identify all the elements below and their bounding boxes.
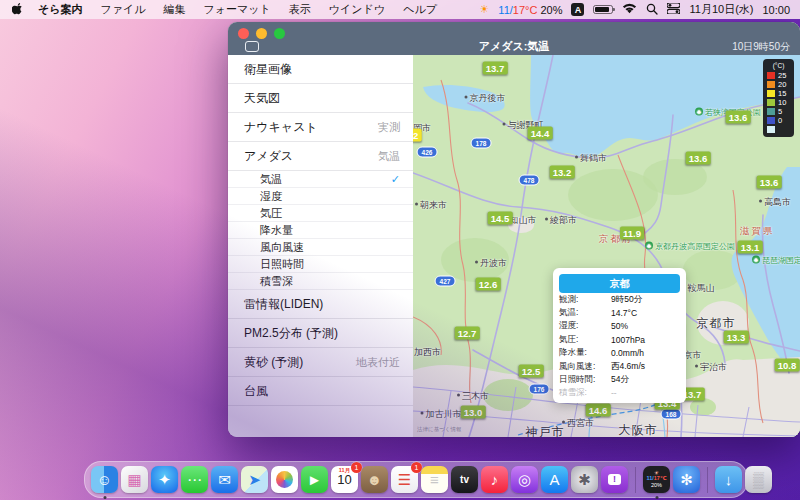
dock: ☺▦✦⋯✉➤►11月101☻☰1≡tv♪◎A✱!☀11/17℃20%✻↓▒ — [84, 461, 748, 498]
temperature-badge[interactable]: 13.6 — [686, 152, 711, 165]
dock-icon-finder[interactable]: ☺ — [91, 466, 118, 493]
sidebar-subitem-降水量[interactable]: 降水量 — [228, 222, 413, 239]
popup-row-label: 風向風速: — [559, 361, 611, 373]
sidebar-item-label: ナウキャスト — [244, 119, 318, 136]
weather-sun-icon[interactable]: ☀ — [479, 3, 489, 16]
spotlight-search-icon[interactable] — [646, 3, 658, 17]
input-source-icon[interactable]: A — [571, 3, 584, 16]
menu-help[interactable]: ヘルプ — [394, 2, 446, 17]
title-bar[interactable]: アメダス:気温 10日9時50分 — [228, 22, 800, 55]
dock-icon-safari[interactable]: ✦ — [151, 466, 178, 493]
dock-icon-apple-tv[interactable]: tv — [451, 466, 478, 493]
weather-map[interactable]: (°C) 2520151050 豊岡市京丹後市与謝野町舞鶴市朝来市福知山市綾部市… — [413, 55, 800, 437]
temperature-badge[interactable]: 13.6 — [757, 176, 782, 189]
close-button[interactable] — [238, 28, 249, 39]
menu-edit[interactable]: 編集 — [155, 2, 195, 17]
battery-icon[interactable] — [593, 5, 613, 14]
menu-file[interactable]: ファイル — [92, 2, 155, 17]
sidebar-subitem-気温[interactable]: 気温✓ — [228, 171, 413, 188]
minimize-button[interactable] — [256, 28, 267, 39]
menu-app-name[interactable]: そら案内 — [29, 2, 92, 17]
temperature-badge[interactable]: 13.2 — [550, 166, 575, 179]
sidebar-subitem-label: 気圧 — [260, 206, 282, 221]
temperature-badge[interactable]: 14.6 — [586, 404, 611, 417]
temperature-badge[interactable]: 10.8 — [775, 359, 800, 372]
dock-icon-reminders[interactable]: ☰1 — [391, 466, 418, 493]
sidebar-item-0[interactable]: 衛星画像 — [228, 55, 413, 84]
sidebar-item-2[interactable]: ナウキャスト実測 — [228, 113, 413, 142]
temperature-badge[interactable]: 14.4 — [528, 127, 553, 140]
legend-swatch — [767, 99, 775, 106]
temperature-badge[interactable]: 12.6 — [476, 278, 501, 291]
sidebar-subitem-積雪深[interactable]: 積雪深 — [228, 273, 413, 290]
dock-icon-notes[interactable]: ≡ — [421, 466, 448, 493]
dock-icon-contacts[interactable]: ☻ — [361, 466, 388, 493]
map-place-加古川市: 加古川市 — [421, 408, 462, 421]
sidebar-item-4[interactable]: 雷情報(LIDEN) — [228, 290, 413, 319]
dock-icon-sora-annai-widget[interactable]: ☀11/17℃20% — [643, 466, 670, 493]
zoom-button[interactable] — [274, 28, 285, 39]
dock-icon-trash[interactable]: ▒ — [745, 466, 772, 493]
sidebar-subitem-label: 日照時間 — [260, 257, 304, 272]
sidebar-item-7[interactable]: 台風 — [228, 377, 413, 406]
dock-icon-music[interactable]: ♪ — [481, 466, 508, 493]
popup-row-label: 観測: — [559, 294, 611, 306]
sidebar-subitem-風向風速[interactable]: 風向風速 — [228, 239, 413, 256]
dock-icon-downloads-folder[interactable]: ↓ — [715, 466, 742, 493]
popup-row: 気圧:1007hPa — [559, 333, 680, 346]
dock-icon-mail[interactable]: ✉ — [211, 466, 238, 493]
menu-window[interactable]: ウインドウ — [320, 2, 394, 17]
popup-row-value: 西4.6m/s — [611, 361, 645, 373]
station-popup-title[interactable]: 京都 — [559, 274, 680, 293]
checkmark-icon: ✓ — [391, 173, 400, 186]
temperature-badge[interactable]: 13.1 — [738, 241, 763, 254]
wifi-icon[interactable] — [622, 3, 637, 16]
sidebar-item-1[interactable]: 天気図 — [228, 84, 413, 113]
menu-view[interactable]: 表示 — [280, 2, 320, 17]
dock-icon-app-store[interactable]: A — [541, 466, 568, 493]
sidebar-subitem-湿度[interactable]: 湿度 — [228, 188, 413, 205]
station-popup[interactable]: 京都 観測:9時50分気温:14.7°C湿度:50%気圧:1007hPa降水量:… — [553, 268, 686, 403]
sidebar-item-value: 気温 — [378, 149, 400, 164]
dock-icon-feedback-assistant[interactable]: ! — [601, 466, 628, 493]
dock-icon-sora-annai[interactable]: ✻ — [673, 466, 700, 493]
dock-icon-launchpad[interactable]: ▦ — [121, 466, 148, 493]
popup-row: 降水量:0.0mm/h — [559, 347, 680, 360]
apple-menu-icon[interactable] — [0, 3, 29, 16]
weather-widget-content: ☀11/17℃20% — [646, 471, 666, 488]
sidebar-subitem-気圧[interactable]: 気圧 — [228, 205, 413, 222]
sidebar-item-3[interactable]: アメダス気温 — [228, 142, 413, 171]
temperature-badge[interactable]: 13.3 — [724, 331, 749, 344]
temperature-badge[interactable]: 12.7 — [455, 327, 480, 340]
menu-clock[interactable]: 10:00 — [762, 4, 790, 16]
map-place-京都丹波高原国定公園: 京都丹波高原国定公園 — [645, 241, 735, 252]
route-shield-478: 478 — [519, 175, 540, 186]
dock-icon-maps[interactable]: ➤ — [241, 466, 268, 493]
sidebar-item-5[interactable]: PM2.5分布 (予測) — [228, 319, 413, 348]
dock-icon-photos[interactable] — [271, 466, 298, 493]
temperature-badge[interactable]: 13.7 — [483, 62, 508, 75]
temperature-badge[interactable]: 14.5 — [488, 212, 513, 225]
temperature-badge[interactable]: 11.9 — [620, 227, 644, 240]
sidebar-item-6[interactable]: 黄砂 (予測)地表付近 — [228, 348, 413, 377]
photos-pinwheel-icon — [276, 471, 293, 488]
temperature-badge[interactable]: 13.0 — [461, 406, 486, 419]
dock-icon-system-preferences[interactable]: ✱ — [571, 466, 598, 493]
popup-row-value: 14.7°C — [611, 308, 637, 318]
menu-date[interactable]: 11月10日(水) — [689, 2, 753, 17]
dock-icon-podcasts[interactable]: ◎ — [511, 466, 538, 493]
dock-icon-calendar[interactable]: 11月101 — [331, 466, 358, 493]
sidebar-item-label: 天気図 — [244, 90, 280, 107]
legend-label: 15 — [778, 89, 790, 98]
sidebar-subitem-日照時間[interactable]: 日照時間 — [228, 256, 413, 273]
legend-title: (°C) — [767, 62, 790, 69]
temperature-badge[interactable]: 13.6 — [726, 111, 751, 124]
menu-format[interactable]: フォーマット — [195, 2, 280, 17]
control-center-icon[interactable] — [667, 3, 680, 16]
weather-status[interactable]: 11/17°C 20% — [498, 4, 562, 16]
dock-icon-messages[interactable]: ⋯ — [181, 466, 208, 493]
desktop: そら案内 ファイル 編集 フォーマット 表示 ウインドウ ヘルプ ☀ 11/17… — [0, 0, 800, 500]
temperature-badge[interactable]: 12.5 — [519, 365, 544, 378]
dock-icon-facetime[interactable]: ► — [301, 466, 328, 493]
temperature-badge[interactable]: 15.2 — [413, 129, 421, 142]
